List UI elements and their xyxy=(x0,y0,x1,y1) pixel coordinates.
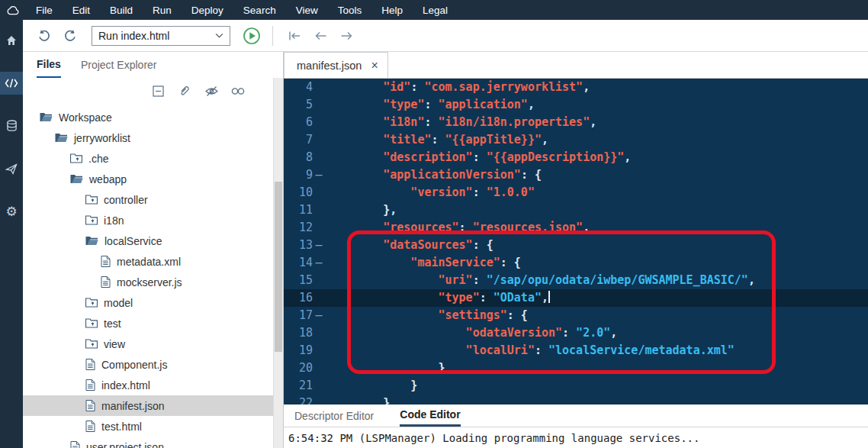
fold-icon[interactable]: – xyxy=(313,237,325,254)
redo-icon[interactable] xyxy=(61,27,79,45)
code-line-20[interactable]: 20 } xyxy=(284,359,868,377)
file-icon xyxy=(101,276,111,288)
tree-item--che[interactable]: .che xyxy=(23,148,273,169)
menu-item-deploy[interactable]: Deploy xyxy=(182,0,233,20)
code-line-18[interactable]: 18 "odataVersion": "2.0", xyxy=(284,324,868,342)
settings-icon[interactable]: ⚙ xyxy=(0,200,23,223)
code-text: "i18n": "i18n/i18n.properties", xyxy=(325,114,596,131)
line-number: 14 xyxy=(284,254,313,272)
tab-code-editor[interactable]: Code Editor xyxy=(400,404,460,427)
menu-item-tools[interactable]: Tools xyxy=(328,0,372,20)
tree-item-workspace[interactable]: Workspace xyxy=(23,107,273,127)
development-icon[interactable] xyxy=(0,72,23,95)
menu-item-build[interactable]: Build xyxy=(100,0,143,20)
tree-item-webapp[interactable]: webapp xyxy=(23,169,273,189)
code-text: "id": "com.sap.jerryworklist", xyxy=(325,79,590,96)
menu-item-view[interactable]: View xyxy=(286,0,328,20)
code-line-13[interactable]: 13– "dataSources": { xyxy=(284,237,868,254)
toolbar-separator xyxy=(272,26,273,46)
code-line-11[interactable]: 11 }, xyxy=(284,201,868,219)
tab-manifest-json[interactable]: manifest.json × xyxy=(284,52,388,78)
scrollbar-thumb[interactable] xyxy=(275,182,282,352)
code-text: "description": "{{appDescription}}", xyxy=(325,149,631,166)
code-editor[interactable]: 4 "id": "com.sap.jerryworklist",5 "type"… xyxy=(284,79,868,404)
tree-item-label: model xyxy=(104,297,133,309)
tree-item-mockserver-js[interactable]: mockserver.js xyxy=(23,272,273,292)
code-line-22[interactable]: 22 }, xyxy=(284,395,868,404)
code-line-10[interactable]: 10 "version": "1.0.0" xyxy=(284,184,868,201)
folder-open-icon xyxy=(70,174,83,184)
fold-icon[interactable]: – xyxy=(313,254,325,272)
tree-item-localservice[interactable]: localService xyxy=(23,230,273,251)
attach-icon[interactable] xyxy=(178,84,191,98)
menu-item-legal[interactable]: Legal xyxy=(413,0,458,20)
fold-icon[interactable]: – xyxy=(313,166,325,184)
navigate-back-icon[interactable] xyxy=(310,27,330,45)
code-line-4[interactable]: 4 "id": "com.sap.jerryworklist", xyxy=(284,79,868,96)
undo-icon[interactable] xyxy=(35,27,53,45)
line-number: 5 xyxy=(284,96,313,114)
fold-spacer xyxy=(313,184,325,201)
tree-item-user-project-json[interactable]: user.project.json xyxy=(23,437,273,448)
code-text: "odataVersion": "2.0", xyxy=(325,324,617,342)
tree-item-index-html[interactable]: index.html xyxy=(23,375,273,395)
tree-item-view[interactable]: view xyxy=(23,334,273,354)
home-icon[interactable] xyxy=(0,29,23,52)
code-line-14[interactable]: 14– "mainService": { xyxy=(284,254,868,272)
last-edit-location-icon[interactable] xyxy=(285,27,304,45)
code-line-15[interactable]: 15 "uri": "/sap/opu/odata/iwbep/GWSAMPLE… xyxy=(284,272,868,289)
fold-icon[interactable]: – xyxy=(313,307,325,324)
code-text: "version": "1.0.0" xyxy=(325,184,535,201)
code-line-6[interactable]: 6 "i18n": "i18n/i18n.properties", xyxy=(284,114,868,131)
menu-item-run[interactable]: Run xyxy=(143,0,182,20)
tab-project-explorer[interactable]: Project Explorer xyxy=(81,52,157,78)
hide-hidden-files-icon[interactable] xyxy=(204,84,218,98)
explorer-panel: Files Project Explorer Workspacejerrywor… xyxy=(23,52,284,448)
fold-spacer xyxy=(313,79,325,96)
code-line-12[interactable]: 12 "resources": "resources.json", xyxy=(284,219,868,237)
editor-tabbar: manifest.json × xyxy=(284,52,868,79)
close-icon[interactable]: × xyxy=(371,60,378,72)
menu-item-search[interactable]: Search xyxy=(233,0,286,20)
line-number: 11 xyxy=(284,201,313,219)
tab-descriptor-editor[interactable]: Descriptor Editor xyxy=(294,404,374,427)
code-line-9[interactable]: 9– "applicationVersion": { xyxy=(284,166,868,184)
fold-spacer xyxy=(313,324,325,342)
send-icon[interactable] xyxy=(0,157,23,180)
tree-item-i18n[interactable]: i18n xyxy=(23,210,273,230)
menu-item-edit[interactable]: Edit xyxy=(63,0,100,20)
code-line-16[interactable]: 16 "type": "OData", xyxy=(284,289,868,307)
run-target-dropdown[interactable]: Run index.html xyxy=(92,26,230,46)
code-line-8[interactable]: 8 "description": "{{appDescription}}", xyxy=(284,149,868,166)
code-line-19[interactable]: 19 "localUri": "localService/metadata.xm… xyxy=(284,342,868,359)
tree-item-test-html[interactable]: test.html xyxy=(23,416,273,437)
tree-item-model[interactable]: model xyxy=(23,292,273,313)
code-line-17[interactable]: 17– "settings": { xyxy=(284,307,868,324)
code-text: }, xyxy=(325,201,397,219)
tab-files[interactable]: Files xyxy=(37,52,61,78)
tree-item-jerryworklist[interactable]: jerryworklist xyxy=(23,127,273,148)
explorer-scrollbar[interactable] xyxy=(273,78,283,448)
collapse-all-icon[interactable] xyxy=(151,84,165,98)
link-with-editor-icon[interactable] xyxy=(231,84,245,98)
folder-icon xyxy=(85,318,98,328)
tree-item-component-js[interactable]: Component.js xyxy=(23,354,273,375)
code-line-21[interactable]: 21 } xyxy=(284,377,868,395)
menu-item-file[interactable]: File xyxy=(26,0,63,20)
tree-item-test[interactable]: test xyxy=(23,313,273,334)
tree-item-manifest-json[interactable]: manifest.json xyxy=(23,395,273,416)
menu-items: FileEditBuildRunDeploySearchViewToolsHel… xyxy=(26,0,458,20)
code-line-7[interactable]: 7 "title": "{{appTitle}}", xyxy=(284,131,868,149)
code-text: "settings": { xyxy=(325,307,528,324)
run-button[interactable] xyxy=(243,27,261,45)
database-icon[interactable] xyxy=(0,114,23,137)
folder-icon xyxy=(85,339,98,349)
file-icon xyxy=(85,421,95,432)
menu-item-help[interactable]: Help xyxy=(371,0,413,20)
code-line-5[interactable]: 5 "type": "application", xyxy=(284,96,868,114)
tree-item-controller[interactable]: controller xyxy=(23,189,273,210)
code-text: "resources": "resources.json", xyxy=(325,219,590,237)
fold-spacer xyxy=(313,201,325,219)
navigate-forward-icon[interactable] xyxy=(336,27,356,45)
tree-item-metadata-xml[interactable]: metadata.xml xyxy=(23,251,273,272)
